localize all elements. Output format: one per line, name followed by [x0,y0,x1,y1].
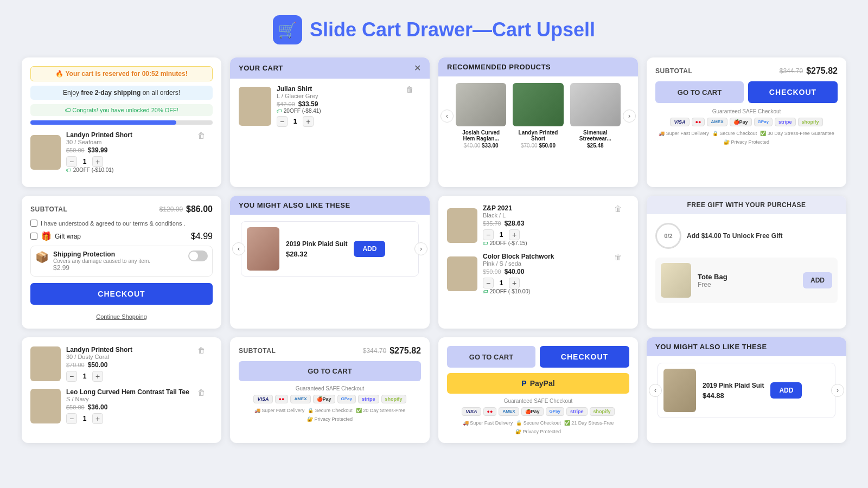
cart-title: YOUR CART [239,64,283,72]
gift-circle: 0/2 [655,223,681,249]
like-item-info-12: 2019 Pink Plaid Suit $44.88 [703,382,764,400]
rec-header: RECOMMENDED PRODUCTS [438,57,638,76]
qty-increase[interactable]: + [92,156,103,167]
pay-amex: AMEX [707,118,727,126]
carousel-prev[interactable]: ‹ [441,110,454,123]
qty-control: − 1 + [66,156,213,167]
rec-item-1: Landyn Printed Short $70.00 $50.00 [513,83,563,149]
pay-visa: VISA [670,118,689,126]
pay-shopify-10: shopify [381,395,406,403]
qty-value-julian: 1 [291,118,299,125]
gift-unlock-text: Add $14.00 To Unlock Free Gift [687,232,782,240]
pay-shopify-11: shopify [590,407,615,416]
like-add-btn-12[interactable]: ADD [770,382,802,399]
gift-wrap-label: Gift wrap [55,233,81,240]
item-name-zp: Z&P 2021 [483,204,629,212]
discount-tag-color: 🏷 20OFF (-$10.00) [483,288,629,294]
safe-label-11: Guaranteed SAFE Checkout [447,398,629,404]
subtotal-prices-4: $344.70 $275.82 [780,66,838,76]
discount-tag: 🏷 20OFF (-$10.01) [66,167,213,173]
price-final-5: $86.00 [186,204,213,214]
qty-increase-color[interactable]: + [509,278,520,288]
price-final-10: $275.82 [390,346,421,356]
item-info-leo: Leo Long Curved Hem Contrast Tail Tee S … [66,388,213,424]
protection-price: $2.99 [53,264,150,272]
card-like-bottom: YOU MIGHT ALSO LIKE THESE ‹ 2019 Pink Pl… [647,337,846,443]
qty-control-color: − 1 + [483,278,629,288]
go-to-cart-btn-10[interactable]: GO TO CART [239,361,421,381]
paypal-label: PayPal [530,379,555,388]
like-carousel-next[interactable]: › [414,242,427,255]
checkout-btn-5[interactable]: CHECKOUT [30,283,213,305]
qty-control-landyn2: − 1 + [66,371,213,382]
discount-banner: 🏷 Congrats! you have unlocked 20% OFF! [30,104,213,116]
qty-decrease-landyn2[interactable]: − [66,371,77,382]
delete-btn-color[interactable]: 🗑 [614,253,622,261]
pay-apple-11: 🍎Pay [521,407,544,416]
gift-add-btn[interactable]: ADD [803,272,832,288]
pay-apple: 🍎Pay [730,118,752,126]
carousel-next[interactable]: › [623,110,636,123]
qty-control-leo: − 1 + [66,413,213,424]
protection-info: Shipping Protection Covers any damage ca… [53,251,150,272]
rec-prices-2: $25.48 [570,143,621,149]
trust-secure: 🔒 Secure Checkout [712,131,757,136]
payment-icons-10: VISA ●● AMEX 🍎Pay GPay stripe shopify [239,395,421,403]
subtotal-row-5: SUBTOTAL $120.00 $86.00 [30,204,213,214]
delete-btn-julian[interactable]: 🗑 [406,85,413,94]
checkout-btn-4[interactable]: CHECKOUT [748,81,838,103]
gift-progress: 0/2 Add $14.00 To Unlock Free Gift [655,223,838,249]
price-final-4: $275.82 [806,66,838,76]
continue-shopping-link[interactable]: Continue Shopping [30,313,213,320]
card-your-cart: YOUR CART ✕ Julian Shirt L / Glacier Gre… [230,57,430,187]
price-new-landyn2: $50.00 [88,361,108,369]
gift-wrap-row: 🎁 Gift wrap $4.99 [30,231,213,241]
gift-wrap-price: $4.99 [191,232,213,241]
pay-mc-11: ●● [483,407,497,416]
delete-btn[interactable]: 🗑 [197,131,205,140]
pay-visa-10: VISA [253,395,272,403]
pay-shopify: shopify [798,118,823,126]
like-item-suit: 2019 Pink Plaid Suit $28.32 ADD [241,221,419,277]
timer-banner: 🔥 Your cart is reserved for 00:52 minute… [30,66,213,81]
qty-value-zp: 1 [497,231,506,239]
shipping-banner: Enjoy free 2-day shipping on all orders! [30,86,213,100]
qty-increase-zp[interactable]: + [509,229,520,240]
qty-increase-julian[interactable]: + [303,116,314,127]
qty-decrease[interactable]: − [66,156,77,167]
qty-decrease-zp[interactable]: − [483,229,494,240]
paypal-btn[interactable]: P PayPal [447,373,629,394]
go-to-cart-btn-4[interactable]: GO TO CART [655,81,744,103]
delete-btn-landyn2[interactable]: 🗑 [197,346,205,355]
delete-btn-leo[interactable]: 🗑 [197,388,205,397]
action-buttons-4: GO TO CART CHECKOUT [655,81,838,103]
qty-decrease-color[interactable]: − [483,278,494,288]
price-new-zp: $28.63 [505,220,525,227]
like-add-btn[interactable]: ADD [354,241,385,257]
price-crossed-4: $344.70 [780,67,803,75]
pay-mc: ●● [692,118,705,126]
app-icon: 🛒 [273,15,302,44]
price-new-color: $40.00 [505,268,525,275]
trust-delivery: 🚚 Super Fast Delivery [659,131,709,136]
go-to-cart-btn-11[interactable]: GO TO CART [447,346,535,368]
qty-decrease-julian[interactable]: − [277,116,288,127]
qty-increase-landyn2[interactable]: + [92,371,103,382]
gift-wrap-checkbox[interactable] [30,233,37,240]
close-btn[interactable]: ✕ [414,63,421,73]
item-info: Landyn Printed Short 30 / Seafoam $50.00… [66,131,213,173]
protection-toggle[interactable] [188,251,208,261]
like-prev-12[interactable]: ‹ [649,384,662,397]
like-next-12[interactable]: › [831,384,844,397]
qty-decrease-leo[interactable]: − [66,413,77,424]
item-name-landyn2: Landyn Printed Short [66,346,213,354]
subtotal-prices-10: $344.70 $275.82 [363,346,421,356]
like-carousel-prev[interactable]: ‹ [232,242,245,255]
checkout-btn-11[interactable]: CHECKOUT [540,346,629,368]
delete-btn-zp[interactable]: 🗑 [614,204,622,213]
terms-checkbox[interactable] [30,220,37,227]
trust-secure-10: 🔒 Secure Checkout [308,408,353,413]
trust-icons-4: 🚚 Super Fast Delivery 🔒 Secure Checkout … [655,131,838,145]
protection-row: 📦 Shipping Protection Covers any damage … [30,246,213,277]
qty-increase-leo[interactable]: + [92,413,103,424]
